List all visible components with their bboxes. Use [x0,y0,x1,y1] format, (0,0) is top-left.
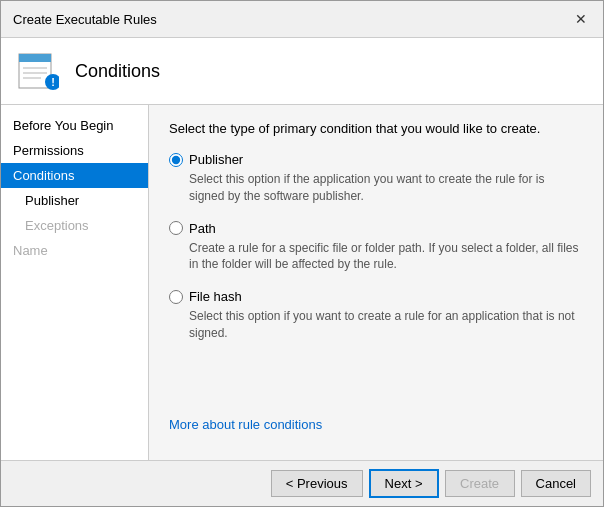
option-label-path[interactable]: Path [169,221,583,236]
next-button[interactable]: Next > [369,469,439,498]
option-desc-path: Create a rule for a specific file or fol… [189,240,583,274]
options-area: PublisherSelect this option if the appli… [169,152,583,342]
option-desc-publisher: Select this option if the application yo… [189,171,583,205]
radio-publisher[interactable] [169,153,183,167]
sidebar-item-permissions[interactable]: Permissions [1,138,148,163]
option-label-publisher[interactable]: Publisher [169,152,583,167]
option-title-file-hash: File hash [189,289,242,304]
dialog-title: Create Executable Rules [13,12,157,27]
svg-rect-1 [19,54,51,62]
previous-button[interactable]: < Previous [271,470,363,497]
page-title: Conditions [75,61,160,82]
radio-path[interactable] [169,221,183,235]
header-icon: ! [17,50,59,92]
dialog: Create Executable Rules ✕ ! Conditions B… [0,0,604,507]
footer: < Previous Next > Create Cancel [1,460,603,506]
option-title-publisher: Publisher [189,152,243,167]
sidebar-item-conditions[interactable]: Conditions [1,163,148,188]
sidebar: Before You BeginPermissionsConditionsPub… [1,105,149,460]
sidebar-item-name: Name [1,238,148,263]
more-link[interactable]: More about rule conditions [169,417,583,432]
sidebar-item-exceptions: Exceptions [1,213,148,238]
cancel-button[interactable]: Cancel [521,470,591,497]
sidebar-item-publisher[interactable]: Publisher [1,188,148,213]
header: ! Conditions [1,38,603,105]
instruction-text: Select the type of primary condition tha… [169,121,583,136]
option-file-hash: File hashSelect this option if you want … [169,289,583,342]
radio-file-hash[interactable] [169,290,183,304]
option-label-file-hash[interactable]: File hash [169,289,583,304]
option-path: PathCreate a rule for a specific file or… [169,221,583,274]
sidebar-item-before-you-begin[interactable]: Before You Begin [1,113,148,138]
svg-text:!: ! [51,76,55,88]
option-publisher: PublisherSelect this option if the appli… [169,152,583,205]
content-area: Before You BeginPermissionsConditionsPub… [1,105,603,460]
create-button[interactable]: Create [445,470,515,497]
option-title-path: Path [189,221,216,236]
title-bar: Create Executable Rules ✕ [1,1,603,38]
close-button[interactable]: ✕ [571,9,591,29]
option-desc-file-hash: Select this option if you want to create… [189,308,583,342]
main-content: Select the type of primary condition tha… [149,105,603,460]
